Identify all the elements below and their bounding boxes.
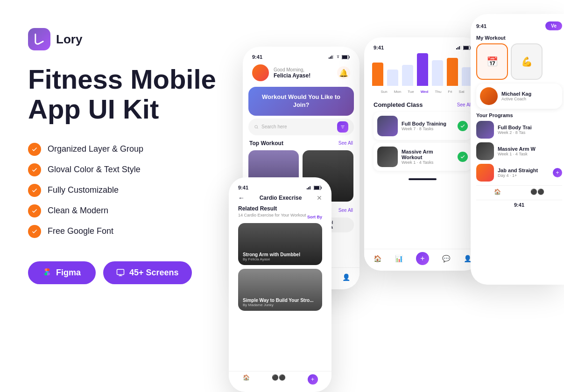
nav-chat-2[interactable]: 💬 [442, 255, 450, 262]
class-check-1 [458, 121, 468, 131]
notification-bell[interactable]: 🔔 [337, 66, 350, 79]
feature-item-5: Free Google Font [28, 225, 229, 238]
completed-class-area: Completed Class See All Full Body Traini… [370, 98, 475, 177]
search-icon [254, 125, 259, 129]
back-row: ← Cardio Execrise ✕ [238, 194, 322, 202]
activity-chart [370, 52, 475, 90]
chart-bar-mon [387, 70, 398, 86]
svg-rect-4 [333, 55, 334, 59]
partial-coach-card[interactable]: Michael Kag Active Coach [476, 84, 562, 109]
class-info-2: Massive Arm Workout Week 1 · 4 Tasks [402, 149, 454, 165]
filter-button[interactable] [337, 121, 348, 133]
phone-completed: 9:41 Sun Mon Tue Wed [364, 37, 481, 271]
p1-header: Good Morning, Felicia Ayase! 🔔 [248, 62, 354, 84]
nav-home-2[interactable]: 🏠 [374, 255, 381, 262]
nav-add-fab-4[interactable]: + [308, 374, 318, 385]
related-meta-row: 14 Cardio Exercise for Your Workout Sort… [238, 213, 322, 221]
cardio-content: ← Cardio Execrise ✕ Related Result 14 Ca… [234, 192, 326, 316]
mini-card-next[interactable]: 💪 [511, 43, 543, 80]
partial-nav-dots[interactable]: ⚫⚫ [530, 189, 544, 195]
svg-rect-20 [308, 187, 309, 189]
partial-program-1[interactable]: Full Body Trai Week 2 · 8 Tas [476, 121, 562, 139]
status-icons-2 [456, 46, 472, 50]
svg-rect-10 [459, 46, 460, 49]
signal-icon-4 [307, 186, 312, 189]
nav-bar-4: 🏠 ⚫⚫ + [229, 371, 331, 387]
home-indicator-2 [370, 177, 475, 182]
check-icon-1 [28, 143, 41, 156]
chart-bar-sun [372, 63, 383, 86]
partial-program-2[interactable]: Massive Arm W Week 1 · 4 Task [476, 142, 562, 160]
wifi-icon [336, 55, 340, 59]
sort-button[interactable]: Sort By [307, 215, 322, 219]
feature-item-1: Organized Layer & Group [28, 143, 229, 156]
profile-section-partial: 9:41 [476, 200, 562, 208]
svg-rect-1 [329, 57, 330, 59]
user-avatar [252, 64, 269, 81]
signal-icon [329, 55, 334, 59]
close-button[interactable]: ✕ [317, 194, 322, 202]
exercise-2-label: Simple Way to Build Your Stro... By Mada… [243, 298, 314, 307]
partial-coach-info: Michael Kag Active Coach [501, 91, 531, 101]
exercise-card-1[interactable]: Strong Arm with Dumbbel By Felicia Ayase [238, 223, 322, 265]
status-bar-1: 9:41 [248, 52, 354, 62]
filter-icon [340, 125, 345, 129]
partial-program-3[interactable]: Jab and Straight Day 4 · 1+ + [476, 164, 562, 182]
screens-button[interactable]: 45+ Screens [103, 261, 192, 284]
figma-button[interactable]: Figma [28, 261, 96, 284]
chart-bar-wed [417, 53, 428, 86]
left-section: Lory Fitness Mobile App UI Kit Organized… [28, 28, 229, 284]
nav-dots-4[interactable]: ⚫⚫ [272, 374, 286, 385]
svg-rect-13 [464, 46, 469, 49]
partial-prog-info-2: Massive Arm W Week 1 · 4 Task [498, 146, 562, 156]
battery-icon [342, 55, 350, 59]
workout-banner: Workout Would You Like to Join? [248, 87, 354, 116]
partial-prog-img-2 [476, 142, 494, 160]
buttons-row: Figma 45+ Screens [28, 261, 229, 284]
brand-name: Lory [56, 32, 82, 47]
phone-completed-screen: 9:41 Sun Mon Tue Wed [364, 37, 481, 271]
phone-partial-right: 9:41 Ve My Workout 📅 💪 Michael Kag Activ… [471, 14, 564, 285]
class-img-2 [377, 147, 398, 167]
lory-logo-svg [33, 33, 46, 46]
partial-prog-img-3 [476, 164, 494, 182]
nav-add-fab-2[interactable]: + [416, 252, 429, 265]
add-partial-btn[interactable]: + [553, 168, 562, 177]
exercise-card-2[interactable]: Simple Way to Build Your Stro... By Mada… [238, 269, 322, 311]
nav-chart-2[interactable]: 📊 [395, 255, 403, 262]
class-img-1 [377, 116, 398, 136]
class-info-1: Full Body Training Week 7 · 8 Tasks [402, 121, 454, 131]
status-bar-4: 9:41 [234, 183, 326, 192]
profile-time: 9:41 [476, 202, 562, 208]
check-icon-4 [28, 204, 41, 217]
partial-nav: 🏠 ⚫⚫ [476, 185, 562, 198]
check-svg-2 [460, 154, 465, 160]
mini-card-daily[interactable]: 📅 [476, 43, 508, 80]
exercise-1-label: Strong Arm with Dumbbel By Felicia Ayase [243, 252, 300, 261]
nav-home-4[interactable]: 🏠 [243, 374, 250, 385]
svg-rect-23 [314, 186, 319, 189]
class-item-2[interactable]: Massive Arm Workout Week 1 · 4 Tasks [374, 143, 472, 171]
related-title: Related Result [238, 205, 322, 212]
verify-button[interactable]: Ve [545, 21, 562, 30]
mini-workout-cards: 📅 💪 [476, 43, 562, 80]
greeting-area: Good Morning, Felicia Ayase! [269, 67, 337, 79]
partial-programs-title: Your Programs [476, 112, 562, 118]
battery-icon-4 [314, 186, 322, 190]
partial-prog-info-1: Full Body Trai Week 2 · 8 Tas [498, 125, 562, 135]
svg-rect-11 [460, 46, 461, 49]
status-icons-1 [329, 55, 350, 59]
back-arrow[interactable]: ← [238, 194, 245, 202]
svg-rect-8 [456, 48, 457, 49]
svg-rect-9 [458, 47, 458, 49]
partial-workout-title: My Workout [476, 35, 562, 41]
nav-user[interactable]: 👤 [342, 273, 350, 281]
class-item-1[interactable]: Full Body Training Week 7 · 8 Tasks [374, 112, 472, 140]
headline: Fitness Mobile App UI Kit [28, 64, 229, 124]
svg-rect-19 [307, 188, 308, 189]
search-bar[interactable]: Search here [248, 119, 354, 135]
partial-nav-home[interactable]: 🏠 [494, 189, 501, 195]
chart-bar-thu [432, 60, 443, 86]
svg-rect-2 [330, 56, 331, 59]
related-subtitle: 14 Cardio Exercise for Your Workout [238, 213, 306, 217]
